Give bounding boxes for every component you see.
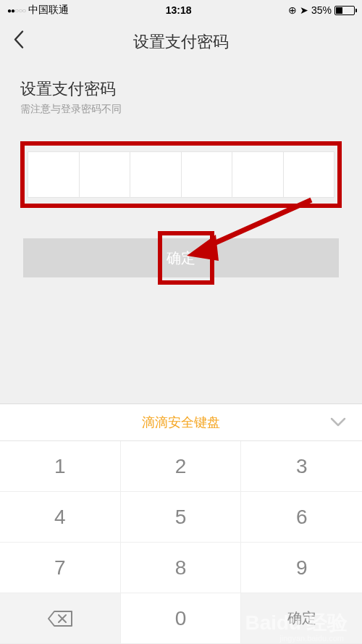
confirm-button-label: 确定 xyxy=(167,248,195,268)
carrier-label: 中国联通 xyxy=(28,4,69,17)
key-4[interactable]: 4 xyxy=(0,492,121,543)
keyboard-title: 滴滴安全键盘 xyxy=(142,414,220,431)
password-digit-6[interactable] xyxy=(284,152,334,197)
keyboard-header: 滴滴安全键盘 xyxy=(0,403,362,441)
status-right: ⊕ ➤ 35% xyxy=(288,4,355,16)
password-digit-1[interactable] xyxy=(28,152,80,197)
key-backspace[interactable] xyxy=(0,593,121,644)
key-8[interactable]: 8 xyxy=(121,543,242,593)
confirm-button[interactable]: 确定 xyxy=(23,238,339,277)
section-subtitle: 需注意与登录密码不同 xyxy=(20,103,342,116)
section-title: 设置支付密码 xyxy=(20,78,342,100)
signal-dots: ●●○○○ xyxy=(7,7,25,14)
password-input-area xyxy=(20,141,342,208)
key-3[interactable]: 3 xyxy=(241,441,362,492)
key-5[interactable]: 5 xyxy=(121,492,242,543)
orientation-lock-icon: ⊕ xyxy=(288,4,297,16)
key-9[interactable]: 9 xyxy=(241,543,362,593)
key-7[interactable]: 7 xyxy=(0,543,121,593)
nav-bar: 设置支付密码 xyxy=(0,20,362,64)
password-digit-3[interactable] xyxy=(130,152,182,197)
content-area: 设置支付密码 需注意与登录密码不同 确定 xyxy=(0,64,362,292)
keyboard-collapse-button[interactable] xyxy=(330,414,346,431)
chevron-down-icon xyxy=(330,417,346,427)
battery-pct: 35% xyxy=(311,4,332,16)
confirm-button-wrap: 确定 xyxy=(20,238,342,277)
chevron-left-icon xyxy=(13,30,25,49)
clock: 13:18 xyxy=(166,4,192,16)
key-1[interactable]: 1 xyxy=(0,441,121,492)
key-6[interactable]: 6 xyxy=(241,492,362,543)
password-digit-5[interactable] xyxy=(232,152,284,197)
key-0[interactable]: 0 xyxy=(121,593,242,644)
key-2[interactable]: 2 xyxy=(121,441,242,492)
backspace-icon xyxy=(47,610,73,627)
password-boxes[interactable] xyxy=(28,151,334,198)
status-left: ●●○○○ 中国联通 xyxy=(7,4,69,17)
keyboard-grid: 1 2 3 4 5 6 7 8 9 0 确定 xyxy=(0,441,362,644)
page-title: 设置支付密码 xyxy=(133,31,229,53)
battery-icon xyxy=(334,6,355,15)
password-digit-4[interactable] xyxy=(182,152,233,197)
location-icon: ➤ xyxy=(300,4,308,16)
keyboard: 滴滴安全键盘 1 2 3 4 5 6 7 8 9 0 确定 xyxy=(0,403,362,644)
password-digit-2[interactable] xyxy=(80,152,131,197)
back-button[interactable] xyxy=(13,30,25,54)
watermark-sub: jingyan.baidu.com xyxy=(279,634,344,643)
status-bar: ●●○○○ 中国联通 13:18 ⊕ ➤ 35% xyxy=(0,0,362,20)
